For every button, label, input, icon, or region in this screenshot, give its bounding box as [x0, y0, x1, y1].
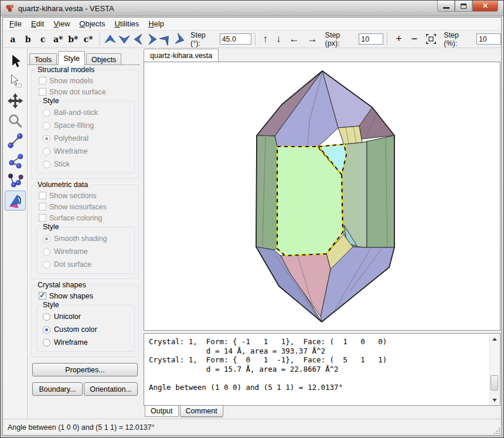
rotate-mode-icon: [7, 192, 23, 209]
output-tabs: Output Comment: [144, 406, 500, 419]
radio-custom-color[interactable]: Custom color: [43, 323, 132, 336]
menu-view[interactable]: View: [49, 18, 74, 29]
radio-icon: [43, 109, 50, 117]
menu-utilities[interactable]: Utilities: [110, 18, 144, 29]
tab-style[interactable]: Style: [58, 51, 85, 65]
axis-c-button[interactable]: c: [36, 35, 51, 44]
bond-distance-icon: [7, 133, 23, 149]
group-title: Style: [41, 301, 61, 309]
output-panel[interactable]: Crystal: 1, Form: { -1 1 1}, Face: ( 1 0…: [144, 333, 500, 406]
angle-tool-button[interactable]: [5, 151, 26, 171]
radio-icon: [43, 313, 50, 321]
axis-b-button[interactable]: b: [21, 35, 36, 44]
menu-edit[interactable]: Edit: [26, 18, 49, 29]
translate-right-icon[interactable]: →: [308, 33, 318, 45]
status-text: Angle between (1 0 0) and (5 1 1) = 12.0…: [8, 423, 155, 432]
tab-tools[interactable]: Tools: [29, 53, 57, 65]
title-bar[interactable]: quartz-kihara.vesta - VESTA ✕: [1, 1, 503, 16]
zoom-out-button[interactable]: −: [411, 33, 418, 45]
document-tab[interactable]: quartz-kihara.vesta: [144, 49, 219, 62]
magnify-tool-button[interactable]: [5, 111, 26, 131]
menu-file[interactable]: File: [5, 18, 26, 29]
tab-objects[interactable]: Objects: [86, 53, 121, 65]
close-button[interactable]: ✕: [472, 1, 498, 12]
axis-a-star-button[interactable]: a*: [50, 35, 66, 44]
radio-icon: [43, 235, 50, 243]
boundary-button[interactable]: Boundary...: [32, 382, 83, 396]
radio-polyhedral[interactable]: Polyhedral: [43, 132, 132, 145]
minimize-button[interactable]: [437, 1, 455, 12]
radio-dot-surface[interactable]: Dot surface: [43, 258, 132, 271]
scroll-down-icon[interactable]: [490, 395, 499, 405]
group-structural-models: Structural models Show models Show dot s…: [31, 70, 139, 179]
render-viewport[interactable]: [144, 62, 500, 331]
step-pct-input[interactable]: [476, 33, 501, 45]
checkbox-surface-coloring[interactable]: Surface coloring: [39, 212, 136, 223]
radio-icon: [43, 339, 50, 347]
checkbox-icon: ✓: [39, 292, 46, 300]
window-controls: ✕: [437, 1, 498, 12]
radio-smooth-shading[interactable]: Smooth shading: [43, 232, 132, 245]
translate-down-icon[interactable]: ↓: [276, 33, 281, 45]
fit-view-icon[interactable]: [425, 33, 437, 45]
group-title: Crystal shapes: [36, 281, 88, 289]
rotate-tool-button[interactable]: [5, 191, 26, 210]
menu-help[interactable]: Help: [144, 18, 169, 29]
checkbox-icon: [39, 88, 46, 96]
menu-bar: File Edit View Objects Utilities Help: [3, 18, 501, 30]
checkbox-show-models[interactable]: Show models: [39, 75, 136, 86]
select-tool-button[interactable]: [5, 51, 26, 71]
radio-icon: [43, 248, 50, 256]
radio-icon: [43, 122, 50, 130]
group-crystal-shapes-style: Style Unicolor Custom color: [36, 305, 135, 352]
step-deg-input[interactable]: [220, 33, 251, 45]
tab-comment[interactable]: Comment: [180, 406, 223, 417]
close-icon: ✕: [482, 2, 488, 10]
radio-unicolor[interactable]: Unicolor: [43, 310, 132, 323]
area-select-tool-button[interactable]: [5, 71, 26, 91]
orientation-button[interactable]: Orientation...: [84, 382, 138, 396]
rotate-up-icon[interactable]: [103, 33, 117, 45]
magnifier-icon: [8, 113, 23, 128]
axis-b-star-button[interactable]: b*: [66, 35, 81, 44]
crystal-face-prism-left: [256, 135, 277, 250]
output-scrollbar[interactable]: [489, 334, 499, 405]
radio-wireframe-structural[interactable]: Wireframe: [43, 145, 132, 158]
checkbox-show-shapes[interactable]: ✓ Show shapes: [39, 290, 136, 301]
group-title: Structural models: [36, 66, 96, 74]
dihedral-tool-button[interactable]: [5, 171, 26, 191]
radio-space-filling[interactable]: Space-filling: [43, 119, 132, 132]
rotate-cw-icon[interactable]: [173, 33, 187, 45]
radio-wireframe-volumetric[interactable]: Wireframe: [43, 245, 132, 258]
scroll-up-icon[interactable]: [490, 334, 499, 344]
tab-output[interactable]: Output: [145, 405, 179, 417]
axis-c-star-button[interactable]: c*: [81, 35, 96, 44]
translate-up-icon[interactable]: ↑: [263, 33, 268, 45]
properties-button[interactable]: Properties...: [32, 363, 138, 376]
translate-left-icon[interactable]: ←: [290, 33, 299, 45]
checkbox-show-dot-surface[interactable]: Show dot surface: [39, 86, 136, 97]
rotate-ccw-icon[interactable]: [159, 33, 173, 45]
rotate-down-icon[interactable]: [117, 33, 131, 45]
step-px-input[interactable]: [359, 33, 383, 45]
crystal-facet-yellow-top: [338, 126, 362, 144]
checkbox-show-isosurfaces[interactable]: Show isosurfaces: [39, 201, 136, 212]
radio-wireframe-crystal[interactable]: Wireframe: [43, 336, 132, 349]
rotate-left-icon[interactable]: [131, 33, 145, 45]
menu-objects[interactable]: Objects: [74, 18, 110, 29]
output-text: Crystal: 1, Form: { -1 1 1}, Face: ( 1 0…: [149, 337, 487, 392]
radio-stick[interactable]: Stick: [43, 158, 132, 171]
radio-ball-and-stick[interactable]: Ball-and-stick: [43, 106, 132, 119]
translate-tool-button[interactable]: [5, 91, 26, 111]
group-crystal-shapes: Crystal shapes ✓ Show shapes Style Unico…: [31, 285, 139, 357]
radio-icon: [43, 261, 50, 269]
distance-tool-button[interactable]: [5, 131, 26, 151]
maximize-button[interactable]: [455, 1, 472, 12]
scrollbar-thumb[interactable]: [491, 375, 498, 391]
axis-a-button[interactable]: a: [5, 35, 21, 44]
zoom-in-button[interactable]: +: [396, 33, 402, 45]
checkbox-show-sections[interactable]: Show sections: [39, 190, 136, 201]
vesta-window: quartz-kihara.vesta - VESTA ✕ File Edit …: [0, 0, 504, 438]
resize-grip[interactable]: [493, 427, 500, 434]
group-volumetric-style: Style Smooth shading Wireframe: [36, 227, 135, 274]
